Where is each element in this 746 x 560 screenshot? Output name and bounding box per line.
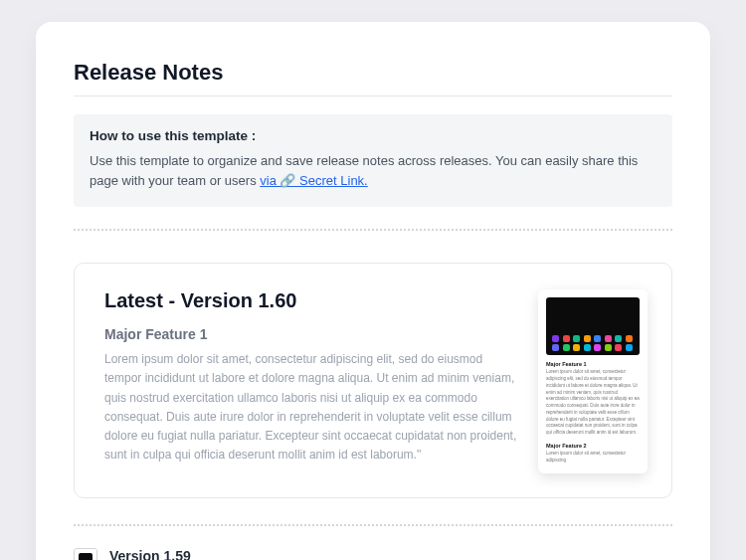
divider-dotted-2: [74, 524, 672, 526]
list-thumbnail: [74, 548, 97, 560]
latest-release-card[interactable]: Latest - Version 1.60 Major Feature 1 Lo…: [74, 263, 672, 498]
info-box: How to use this template : Use this temp…: [74, 114, 672, 207]
preview-icon-grid: [552, 335, 634, 351]
page-title: Release Notes: [74, 60, 672, 86]
preview-paragraph-2: Lorem ipsum dolor sit amet, consectetur …: [546, 451, 640, 465]
preview-paragraph-1: Lorem ipsum dolor sit amet, consectetur …: [546, 369, 640, 437]
preview-heading-1: Major Feature 1: [546, 361, 640, 367]
preview-thumbnail: Major Feature 1 Lorem ipsum dolor sit am…: [538, 289, 648, 473]
info-body: Use this template to organize and save r…: [90, 151, 656, 191]
feature-body: Lorem ipsum dolor sit amet, consectetur …: [104, 350, 518, 465]
history-list: Version 1.59 Major Feature 1 · Lorem ips…: [74, 548, 672, 560]
feature-title: Major Feature 1: [104, 326, 518, 342]
divider-dotted-1: [74, 229, 672, 231]
info-heading: How to use this template :: [90, 128, 656, 143]
title-divider: [74, 95, 672, 96]
latest-title: Latest - Version 1.60: [104, 289, 518, 312]
preview-heading-2: Major Feature 2: [546, 443, 640, 449]
list-item-title: Version 1.59: [109, 548, 672, 560]
preview-image: [546, 297, 640, 355]
secret-link[interactable]: via 🔗 Secret Link.: [260, 173, 368, 188]
latest-content: Latest - Version 1.60 Major Feature 1 Lo…: [104, 289, 518, 465]
page-card: Release Notes How to use this template :…: [36, 22, 710, 560]
list-item-text: Version 1.59 Major Feature 1 · Lorem ips…: [109, 548, 672, 560]
list-item[interactable]: Version 1.59 Major Feature 1 · Lorem ips…: [74, 548, 672, 560]
